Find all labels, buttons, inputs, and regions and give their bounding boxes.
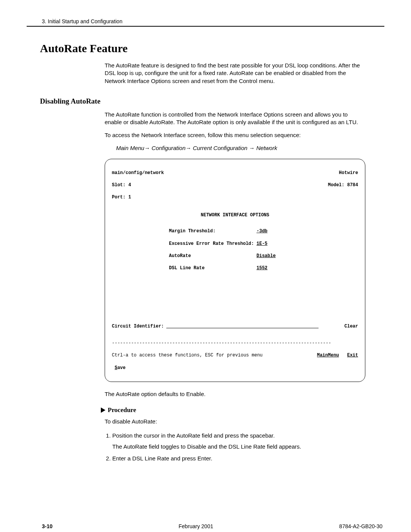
procedure-list: Position the cursor in the AutoRate fiel… (105, 431, 365, 462)
terminal-screen: main/config/networkHotwire Slot: 4Model:… (105, 159, 365, 382)
step-1: Position the cursor in the AutoRate fiel… (112, 431, 365, 451)
procedure-intro: To disable AutoRate: (105, 418, 365, 425)
running-header: 3. Initial Startup and Configuration (27, 18, 384, 24)
term-exit: Exit (347, 353, 358, 358)
opt-label-1: Excessive Error Rate Threshold: (112, 241, 256, 247)
sub-heading: Disabling AutoRate (40, 97, 384, 105)
term-dashes: ----------------------------------------… (112, 340, 358, 346)
opt-label-2: AutoRate (112, 253, 256, 259)
term-slot: Slot: 4 (112, 182, 131, 188)
term-path: main/config/network (112, 170, 164, 176)
circuit-label: Circuit Identifier: (112, 323, 164, 329)
main-heading: AutoRate Feature (40, 42, 384, 55)
menu-path: Main Menu→ Configuration→ Current Config… (116, 145, 365, 151)
opt-label-3: DSL Line Rate (112, 265, 256, 271)
opt-value-3: 1552 (256, 265, 268, 271)
footer-page-number: 3-10 (42, 523, 53, 529)
term-title: NETWORK INTERFACE OPTIONS (112, 212, 358, 218)
footer-date: February 2001 (178, 523, 213, 529)
opt-value-1: 1E-5 (256, 241, 268, 247)
step-1-text: Position the cursor in the AutoRate fiel… (112, 432, 275, 439)
paragraph-2: To access the Network Interface screen, … (105, 131, 365, 139)
intro-paragraph: The AutoRate feature is designed to find… (105, 62, 365, 85)
term-port: Port: 1 (112, 194, 358, 200)
term-model: Model: 8784 (328, 182, 358, 188)
term-save-rest: ave (117, 365, 126, 371)
opt-value-0: -3db (256, 228, 268, 234)
footer-doc-id: 8784-A2-GB20-30 (339, 523, 382, 529)
after-terminal-text: The AutoRate option defaults to Enable. (105, 390, 365, 398)
term-ctrl-text: Ctrl-a to access these functions, ESC fo… (112, 352, 317, 358)
step-2: Enter a DSL Line Rate and press Enter. (112, 454, 365, 462)
procedure-arrow-icon (101, 407, 105, 413)
paragraph-1: The AutoRate function is controlled from… (105, 111, 365, 126)
circuit-input-line (166, 323, 319, 328)
header-rule (27, 26, 384, 27)
opt-label-0: Margin Threshold: (112, 228, 256, 234)
opt-value-2: Disable (256, 253, 276, 259)
procedure-label: Procedure (108, 406, 136, 414)
page-footer: 3-10 February 2001 8784-A2-GB20-30 (27, 523, 384, 529)
term-mainmenu: MainMenu (317, 353, 339, 358)
step-1-sub: The AutoRate field toggles to Disable an… (112, 443, 365, 451)
term-brand: Hotwire (339, 170, 358, 176)
term-clear: Clear (344, 323, 358, 329)
procedure-heading-row: Procedure (101, 406, 384, 414)
